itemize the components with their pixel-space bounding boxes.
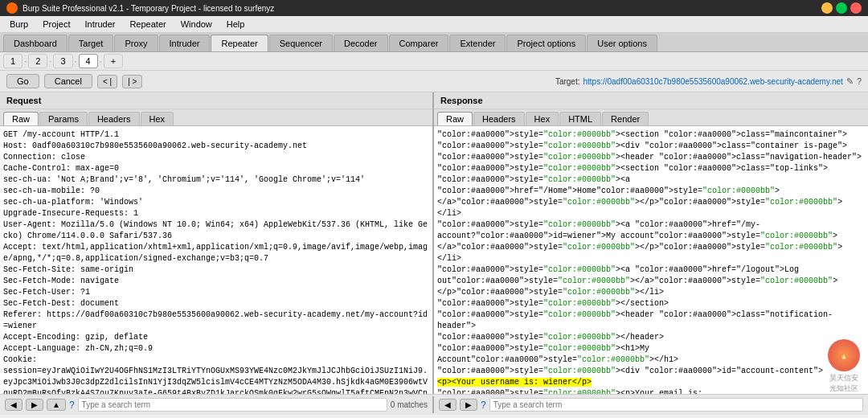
resp-next-btn[interactable]: ▶ (460, 399, 477, 411)
go-button[interactable]: Go (6, 74, 39, 88)
minimize-button[interactable] (821, 2, 833, 14)
req-tab-2[interactable]: 2 (28, 54, 47, 68)
response-panel-header: Response (434, 92, 868, 109)
request-sub-tabs: Raw Params Headers Hex (0, 109, 432, 126)
watermark: 🔥 昊天信安光知社区 (828, 339, 860, 394)
app-logo (6, 2, 18, 14)
resp-subtab-render[interactable]: Render (602, 112, 649, 125)
watermark-text: 昊天信安光知社区 (828, 373, 860, 394)
request-search-input[interactable] (78, 398, 387, 412)
response-sub-tabs: Raw Headers Hex HTML Render (434, 109, 868, 126)
nav-next-button[interactable]: | > (122, 75, 142, 88)
target-label: Target: (555, 77, 580, 86)
req-tab-add[interactable]: + (104, 54, 123, 68)
tab-proxy[interactable]: Proxy (114, 35, 158, 51)
request-panel-header: Request (0, 92, 432, 109)
main-content: Request Raw Params Headers Hex GET /my-a… (0, 92, 868, 394)
request-match-count: 0 matches (391, 400, 428, 409)
req-up-btn[interactable]: ▲ (47, 399, 66, 411)
response-content: "color:#aa0000">style="color:#0000bb"><s… (434, 126, 868, 394)
tab-project-options[interactable]: Project options (506, 35, 586, 51)
menu-burp[interactable]: Burp (3, 18, 35, 31)
req-tab-1[interactable]: 1 (3, 54, 23, 68)
tab-extender[interactable]: Extender (449, 35, 506, 51)
tab-decoder[interactable]: Decoder (334, 35, 388, 51)
nav-prev-button[interactable]: < | (97, 75, 117, 88)
target-url-bar: Target: https://0adf00a60310c7b980e55356… (555, 76, 862, 87)
req-prev-btn[interactable]: ◀ (5, 399, 23, 411)
req-tab-3[interactable]: 3 (53, 54, 72, 68)
resp-prev-btn[interactable]: ◀ (439, 399, 457, 411)
watermark-logo: 🔥 (828, 339, 860, 371)
response-panel: Response Raw Headers Hex HTML Render "co… (434, 92, 868, 394)
bottom-bar: ◀ ▶ ▲ ? 0 matches ◀ ▶ ? (0, 394, 868, 415)
close-button[interactable] (850, 2, 862, 14)
menu-bar: Burp Project Intruder Repeater Window He… (0, 16, 868, 33)
resp-subtab-headers[interactable]: Headers (473, 112, 525, 125)
menu-project[interactable]: Project (36, 18, 76, 31)
maximize-button[interactable] (836, 2, 847, 14)
req-subtab-raw[interactable]: Raw (3, 112, 39, 125)
tab-target[interactable]: Target (68, 35, 114, 51)
action-bar: Go Cancel < | | > Target: https://0adf00… (0, 71, 868, 92)
resp-subtab-hex[interactable]: Hex (526, 112, 559, 125)
tab-dashboard[interactable]: Dashboard (3, 35, 68, 51)
req-next-btn[interactable]: ▶ (26, 399, 43, 411)
req-subtab-headers[interactable]: Headers (88, 112, 140, 125)
response-bottom-section: ◀ ▶ ? (434, 396, 868, 413)
menu-help[interactable]: Help (220, 18, 252, 31)
request-number-tabs: 1 · 2 · 3 · 4 · + (0, 52, 868, 71)
req-subtab-params[interactable]: Params (39, 112, 88, 125)
resp-subtab-html[interactable]: HTML (559, 112, 601, 125)
menu-intruder[interactable]: Intruder (79, 18, 122, 31)
resp-subtab-raw[interactable]: Raw (437, 112, 473, 125)
tab-sequencer[interactable]: Sequencer (269, 35, 333, 51)
tab-repeater[interactable]: Repeater (211, 35, 268, 51)
req-subtab-hex[interactable]: Hex (141, 112, 174, 125)
nav-tabs: Dashboard Target Proxy Intruder Repeater… (0, 33, 868, 52)
edit-icon[interactable]: ✎ (846, 76, 854, 87)
tab-user-options[interactable]: User options (587, 35, 657, 51)
request-panel: Request Raw Params Headers Hex GET /my-a… (0, 92, 434, 394)
tab-intruder[interactable]: Intruder (159, 35, 211, 51)
request-content: GET /my-account HTTP/1.1 Host: 0adf00a60… (0, 126, 432, 394)
menu-window[interactable]: Window (174, 18, 219, 31)
req-info-icon[interactable]: ? (69, 400, 75, 411)
cancel-button[interactable]: Cancel (44, 74, 92, 88)
title-bar: Burp Suite Professional v2.1 - Temporary… (0, 0, 868, 16)
menu-repeater[interactable]: Repeater (123, 18, 172, 31)
resp-info-icon[interactable]: ? (481, 400, 486, 411)
target-url-link[interactable]: https://0adf00a60310c7b980e5535600a90062… (583, 77, 842, 86)
request-bottom-section: ◀ ▶ ▲ ? 0 matches (0, 396, 434, 413)
response-search-input[interactable] (489, 398, 863, 412)
help-icon[interactable]: ? (857, 76, 862, 86)
tab-comparer[interactable]: Comparer (389, 35, 449, 51)
app-title: Burp Suite Professional v2.1 - Temporary… (23, 4, 274, 13)
req-tab-4[interactable]: 4 (79, 54, 98, 68)
